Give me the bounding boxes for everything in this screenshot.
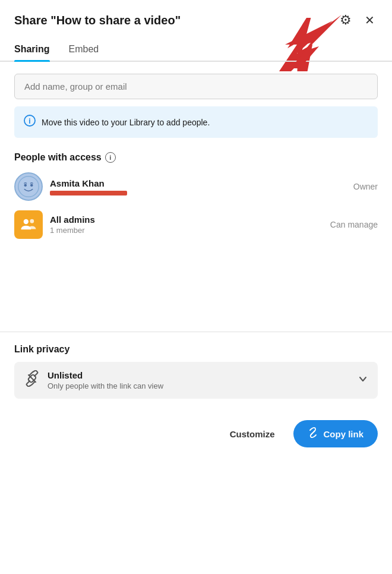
copy-link-button[interactable]: Copy link — [293, 420, 378, 447]
info-icon: i — [24, 115, 36, 130]
unlisted-title: Unlisted — [48, 370, 358, 380]
settings-button[interactable]: ⚙ — [337, 12, 354, 29]
search-input[interactable] — [14, 74, 378, 99]
customize-button[interactable]: Customize — [220, 423, 284, 445]
svg-point-7 — [24, 219, 29, 224]
people-info-icon[interactable]: i — [105, 152, 116, 163]
unlisted-subtitle: Only people with the link can view — [48, 381, 358, 390]
gear-icon: ⚙ — [340, 12, 352, 28]
svg-point-8 — [30, 219, 34, 223]
tab-sharing[interactable]: Sharing — [14, 38, 50, 61]
modal-footer: Customize Copy link — [0, 411, 392, 457]
person-row-admins: All admins 1 member Can manage — [14, 210, 378, 239]
header-icons: ⚙ ✕ — [337, 12, 378, 29]
person-name-asmita: Asmita Khan — [50, 178, 353, 188]
person-role-admins: Can manage — [330, 220, 378, 229]
info-banner-text: Move this video to your Library to add p… — [42, 118, 210, 127]
asmita-red-bar — [50, 191, 127, 195]
avatar-admins — [14, 210, 43, 239]
link-privacy-section: Link privacy Unlisted Only people with t… — [0, 332, 392, 411]
link-privacy-title: Link privacy — [14, 344, 378, 355]
people-section-title: People with access i — [14, 152, 378, 163]
tab-embed[interactable]: Embed — [69, 38, 99, 61]
person-info-admins: All admins 1 member — [50, 215, 330, 235]
modal-header: Share "How to share a video" ⚙ ✕ — [0, 0, 392, 29]
copy-link-label: Copy link — [323, 429, 363, 439]
unlisted-info: Unlisted Only people with the link can v… — [48, 370, 358, 390]
tabs-bar: Sharing Embed — [0, 38, 392, 62]
person-role-asmita: Owner — [353, 182, 378, 191]
person-name-admins: All admins — [50, 215, 330, 225]
copy-link-icon — [308, 427, 318, 440]
modal-body: i Move this video to your Library to add… — [0, 62, 392, 260]
avatar-asmita — [14, 172, 43, 201]
share-modal: Share "How to share a video" ⚙ ✕ Sharing… — [0, 0, 392, 457]
chevron-down-icon — [358, 374, 368, 387]
info-banner: i Move this video to your Library to add… — [14, 106, 378, 138]
close-button[interactable]: ✕ — [361, 12, 378, 29]
svg-point-4 — [18, 176, 39, 197]
svg-point-6 — [30, 184, 33, 187]
person-sub-admins: 1 member — [50, 226, 330, 235]
modal-title: Share "How to share a video" — [14, 14, 181, 27]
svg-text:i: i — [29, 117, 30, 125]
unlisted-dropdown[interactable]: Unlisted Only people with the link can v… — [14, 362, 378, 399]
person-row-asmita: Asmita Khan Owner — [14, 172, 378, 201]
chain-icon — [24, 370, 40, 390]
person-info-asmita: Asmita Khan — [50, 178, 353, 195]
svg-point-5 — [24, 184, 27, 187]
close-icon: ✕ — [365, 13, 375, 27]
